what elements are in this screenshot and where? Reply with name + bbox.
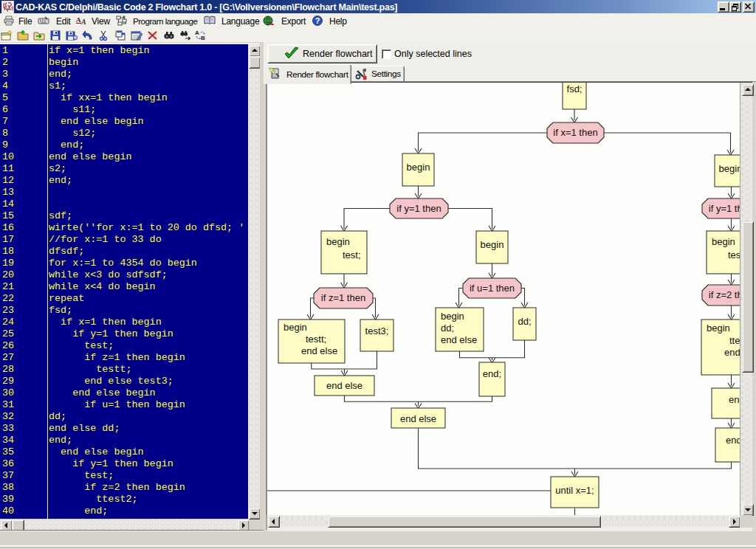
svg-text:A: A: [195, 30, 199, 36]
svg-text:ttestt;: ttestt;: [729, 335, 740, 346]
svg-text:test;: test;: [728, 249, 740, 260]
svg-text:if y=1 then: if y=1 then: [396, 203, 441, 214]
svg-text:begin: begin: [481, 239, 504, 250]
svg-text:dd;: dd;: [518, 316, 531, 327]
svg-text:test3;: test3;: [365, 325, 389, 336]
svg-text:if x=1 then: if x=1 then: [553, 127, 597, 138]
svg-text:begin: begin: [707, 322, 730, 334]
svg-text:end else: end else: [301, 345, 337, 356]
svg-text:begin: begin: [712, 236, 735, 247]
svg-text:fsd;: fsd;: [567, 83, 583, 94]
svg-text:test;: test;: [343, 249, 361, 260]
svg-text:testt;: testt;: [306, 334, 326, 345]
svg-text:end: end: [729, 394, 740, 405]
svg-text:?: ?: [315, 16, 320, 25]
svg-text:end else: end else: [441, 334, 477, 345]
svg-text:begin: begin: [719, 163, 740, 174]
svg-text:end else: end else: [326, 380, 362, 391]
svg-text:dd;: dd;: [441, 322, 454, 334]
svg-text:if y=1 then: if y=1 then: [709, 203, 740, 214]
svg-text:if z=2 then: if z=2 then: [709, 289, 740, 300]
svg-text:end else: end else: [400, 413, 436, 424]
svg-text:end;: end;: [483, 368, 501, 379]
svg-text:if z=1 then: if z=1 then: [321, 292, 365, 303]
svg-text:begin: begin: [407, 162, 430, 173]
svg-text:B: B: [201, 35, 205, 41]
svg-text:begin: begin: [284, 322, 307, 333]
svg-text:KAS: KAS: [4, 6, 13, 11]
svg-text:begin: begin: [326, 236, 350, 247]
svg-text:if u=1 then: if u=1 then: [470, 283, 515, 294]
svg-text:A: A: [80, 18, 86, 26]
svg-text:end: end: [726, 435, 740, 446]
svg-text:A: A: [76, 16, 81, 24]
svg-text:end: end: [724, 347, 740, 358]
svg-text:until x=1;: until x=1;: [555, 485, 594, 496]
svg-text:begin: begin: [441, 311, 464, 322]
